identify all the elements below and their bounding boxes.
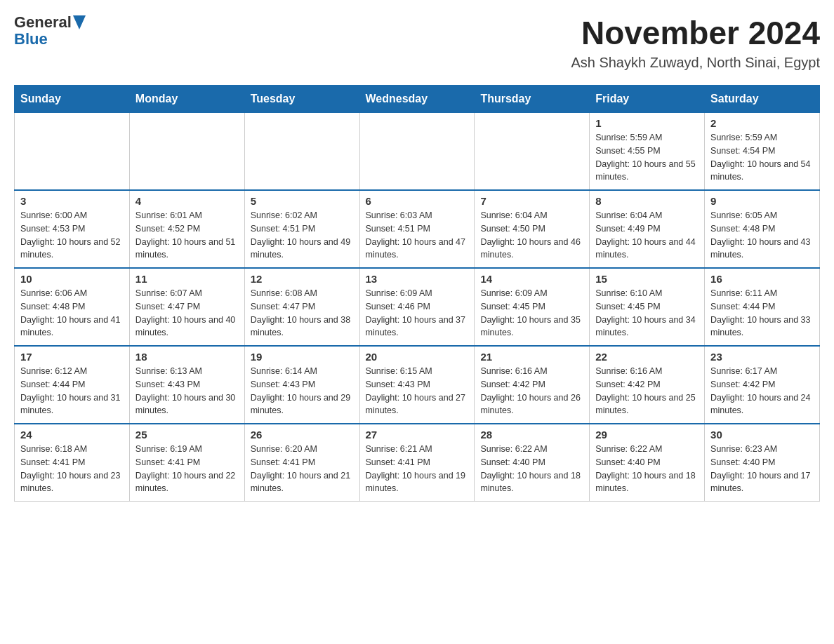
- day-info: Sunrise: 6:22 AMSunset: 4:40 PMDaylight:…: [595, 444, 695, 493]
- calendar-day-cell: 14Sunrise: 6:09 AMSunset: 4:45 PMDayligh…: [475, 268, 590, 346]
- calendar-week-row: 24Sunrise: 6:18 AMSunset: 4:41 PMDayligh…: [15, 424, 820, 502]
- day-info: Sunrise: 6:01 AMSunset: 4:52 PMDaylight:…: [135, 210, 235, 260]
- day-info: Sunrise: 6:07 AMSunset: 4:47 PMDaylight:…: [135, 288, 235, 337]
- weekday-header: Sunday: [15, 86, 130, 113]
- day-number: 10: [20, 273, 124, 285]
- day-number: 2: [710, 117, 814, 129]
- day-number: 23: [710, 351, 814, 363]
- day-info: Sunrise: 6:00 AMSunset: 4:53 PMDaylight:…: [20, 210, 120, 260]
- day-number: 24: [20, 429, 124, 441]
- logo: General Blue: [14, 14, 86, 48]
- day-info: Sunrise: 6:12 AMSunset: 4:44 PMDaylight:…: [20, 366, 120, 415]
- day-info: Sunrise: 6:23 AMSunset: 4:40 PMDaylight:…: [710, 444, 810, 493]
- day-number: 26: [251, 429, 354, 441]
- day-info: Sunrise: 6:20 AMSunset: 4:41 PMDaylight:…: [251, 444, 350, 493]
- day-number: 8: [595, 195, 699, 207]
- day-info: Sunrise: 6:22 AMSunset: 4:40 PMDaylight:…: [480, 444, 580, 493]
- calendar-day-cell: 7Sunrise: 6:04 AMSunset: 4:50 PMDaylight…: [475, 190, 590, 268]
- calendar-day-cell: [359, 113, 475, 191]
- calendar-week-row: 3Sunrise: 6:00 AMSunset: 4:53 PMDaylight…: [15, 190, 820, 268]
- day-info: Sunrise: 6:04 AMSunset: 4:49 PMDaylight:…: [595, 210, 695, 260]
- location-title: Ash Shaykh Zuwayd, North Sinai, Egypt: [571, 55, 820, 71]
- calendar-day-cell: 16Sunrise: 6:11 AMSunset: 4:44 PMDayligh…: [705, 268, 820, 346]
- calendar-day-cell: 1Sunrise: 5:59 AMSunset: 4:55 PMDaylight…: [590, 113, 705, 191]
- day-number: 3: [20, 195, 124, 207]
- calendar-day-cell: 27Sunrise: 6:21 AMSunset: 4:41 PMDayligh…: [359, 424, 475, 502]
- day-number: 18: [135, 351, 239, 363]
- calendar-day-cell: 24Sunrise: 6:18 AMSunset: 4:41 PMDayligh…: [15, 424, 130, 502]
- day-info: Sunrise: 6:18 AMSunset: 4:41 PMDaylight:…: [20, 444, 120, 493]
- calendar-day-cell: [129, 113, 244, 191]
- day-number: 17: [20, 351, 124, 363]
- calendar-table: SundayMondayTuesdayWednesdayThursdayFrid…: [14, 85, 820, 502]
- day-number: 6: [366, 195, 469, 207]
- calendar-day-cell: 23Sunrise: 6:17 AMSunset: 4:42 PMDayligh…: [705, 346, 820, 424]
- weekday-header: Monday: [129, 86, 244, 113]
- weekday-header: Saturday: [705, 86, 820, 113]
- calendar-day-cell: 5Sunrise: 6:02 AMSunset: 4:51 PMDaylight…: [244, 190, 359, 268]
- logo-general: General: [14, 14, 72, 31]
- calendar-day-cell: 28Sunrise: 6:22 AMSunset: 4:40 PMDayligh…: [475, 424, 590, 502]
- calendar-day-cell: 3Sunrise: 6:00 AMSunset: 4:53 PMDaylight…: [15, 190, 130, 268]
- calendar-day-cell: 26Sunrise: 6:20 AMSunset: 4:41 PMDayligh…: [244, 424, 359, 502]
- calendar-week-row: 1Sunrise: 5:59 AMSunset: 4:55 PMDaylight…: [15, 113, 820, 191]
- day-info: Sunrise: 6:11 AMSunset: 4:44 PMDaylight:…: [710, 288, 810, 337]
- day-info: Sunrise: 6:13 AMSunset: 4:43 PMDaylight:…: [135, 366, 235, 415]
- day-info: Sunrise: 6:15 AMSunset: 4:43 PMDaylight:…: [366, 366, 465, 415]
- calendar-day-cell: 9Sunrise: 6:05 AMSunset: 4:48 PMDaylight…: [705, 190, 820, 268]
- day-number: 4: [135, 195, 239, 207]
- calendar-day-cell: 4Sunrise: 6:01 AMSunset: 4:52 PMDaylight…: [129, 190, 244, 268]
- day-info: Sunrise: 6:02 AMSunset: 4:51 PMDaylight:…: [251, 210, 350, 260]
- calendar-day-cell: 6Sunrise: 6:03 AMSunset: 4:51 PMDaylight…: [359, 190, 475, 268]
- day-info: Sunrise: 6:14 AMSunset: 4:43 PMDaylight:…: [251, 366, 350, 415]
- day-number: 12: [251, 273, 354, 285]
- day-info: Sunrise: 6:05 AMSunset: 4:48 PMDaylight:…: [710, 210, 810, 260]
- weekday-header: Tuesday: [244, 86, 359, 113]
- page-header: General Blue November 2024 Ash Shaykh Zu…: [14, 14, 820, 71]
- calendar-day-cell: 8Sunrise: 6:04 AMSunset: 4:49 PMDaylight…: [590, 190, 705, 268]
- day-number: 25: [135, 429, 239, 441]
- logo-triangle-icon: [73, 15, 86, 29]
- day-number: 30: [710, 429, 814, 441]
- day-number: 1: [595, 117, 699, 129]
- day-number: 7: [480, 195, 583, 207]
- calendar-day-cell: 30Sunrise: 6:23 AMSunset: 4:40 PMDayligh…: [705, 424, 820, 502]
- calendar-day-cell: 10Sunrise: 6:06 AMSunset: 4:48 PMDayligh…: [15, 268, 130, 346]
- day-number: 21: [480, 351, 583, 363]
- weekday-header: Wednesday: [359, 86, 475, 113]
- calendar-day-cell: 11Sunrise: 6:07 AMSunset: 4:47 PMDayligh…: [129, 268, 244, 346]
- day-number: 13: [366, 273, 469, 285]
- calendar-day-cell: [15, 113, 130, 191]
- svg-marker-0: [73, 15, 86, 29]
- day-info: Sunrise: 6:16 AMSunset: 4:42 PMDaylight:…: [480, 366, 580, 415]
- calendar-day-cell: 17Sunrise: 6:12 AMSunset: 4:44 PMDayligh…: [15, 346, 130, 424]
- day-info: Sunrise: 6:09 AMSunset: 4:46 PMDaylight:…: [366, 288, 465, 337]
- day-number: 15: [595, 273, 699, 285]
- day-number: 29: [595, 429, 699, 441]
- day-number: 11: [135, 273, 239, 285]
- day-info: Sunrise: 6:04 AMSunset: 4:50 PMDaylight:…: [480, 210, 580, 260]
- day-number: 16: [710, 273, 814, 285]
- calendar-day-cell: 19Sunrise: 6:14 AMSunset: 4:43 PMDayligh…: [244, 346, 359, 424]
- day-number: 9: [710, 195, 814, 207]
- day-number: 14: [480, 273, 583, 285]
- day-info: Sunrise: 6:21 AMSunset: 4:41 PMDaylight:…: [366, 444, 465, 493]
- day-number: 20: [366, 351, 469, 363]
- day-info: Sunrise: 6:09 AMSunset: 4:45 PMDaylight:…: [480, 288, 580, 337]
- calendar-day-cell: 20Sunrise: 6:15 AMSunset: 4:43 PMDayligh…: [359, 346, 475, 424]
- day-info: Sunrise: 6:17 AMSunset: 4:42 PMDaylight:…: [710, 366, 810, 415]
- weekday-header: Friday: [590, 86, 705, 113]
- day-info: Sunrise: 6:06 AMSunset: 4:48 PMDaylight:…: [20, 288, 120, 337]
- day-info: Sunrise: 5:59 AMSunset: 4:55 PMDaylight:…: [595, 133, 695, 182]
- day-info: Sunrise: 5:59 AMSunset: 4:54 PMDaylight:…: [710, 133, 810, 182]
- calendar-header-row: SundayMondayTuesdayWednesdayThursdayFrid…: [15, 86, 820, 113]
- day-number: 22: [595, 351, 699, 363]
- day-number: 5: [251, 195, 354, 207]
- calendar-day-cell: 15Sunrise: 6:10 AMSunset: 4:45 PMDayligh…: [590, 268, 705, 346]
- day-number: 28: [480, 429, 583, 441]
- calendar-day-cell: 2Sunrise: 5:59 AMSunset: 4:54 PMDaylight…: [705, 113, 820, 191]
- title-block: November 2024 Ash Shaykh Zuwayd, North S…: [571, 14, 820, 71]
- calendar-day-cell: 22Sunrise: 6:16 AMSunset: 4:42 PMDayligh…: [590, 346, 705, 424]
- day-info: Sunrise: 6:19 AMSunset: 4:41 PMDaylight:…: [135, 444, 235, 493]
- calendar-day-cell: [475, 113, 590, 191]
